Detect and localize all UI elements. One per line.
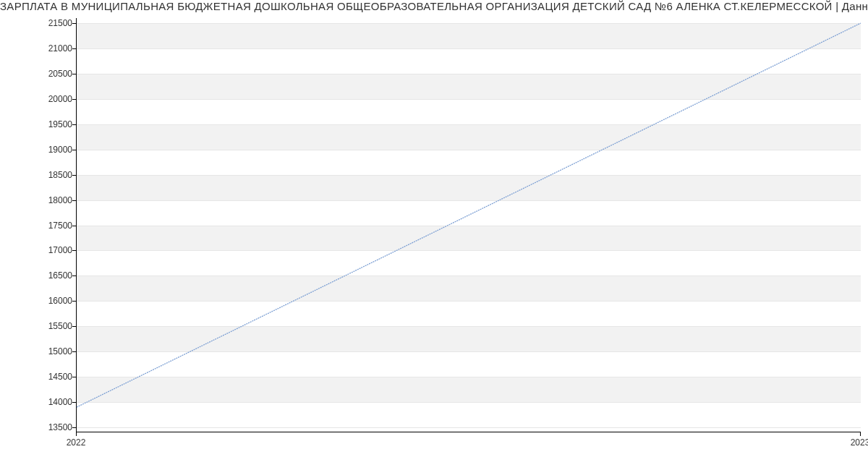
y-tick-label: 17000 (36, 245, 72, 255)
y-tick-label: 21500 (36, 18, 72, 28)
y-tick-mark (72, 351, 76, 352)
y-tick-label: 15500 (36, 321, 72, 331)
y-tick-mark (72, 275, 76, 276)
y-tick-label: 21000 (36, 43, 72, 54)
y-tick-label: 18500 (36, 170, 72, 180)
plot-area (76, 18, 861, 432)
y-tick-mark (72, 377, 76, 377)
x-tick-mark (76, 432, 77, 436)
y-tick-mark (72, 200, 76, 201)
y-tick-label: 18000 (36, 195, 72, 205)
y-tick-mark (72, 301, 76, 302)
y-tick-mark (72, 250, 76, 251)
y-tick-label: 19000 (36, 145, 72, 155)
y-tick-label: 20500 (36, 69, 72, 79)
y-tick-mark (72, 326, 76, 327)
y-tick-mark (72, 150, 76, 150)
y-tick-mark (72, 402, 76, 403)
y-tick-label: 15000 (36, 346, 72, 356)
y-tick-label: 19500 (36, 119, 72, 129)
y-tick-mark (72, 226, 76, 226)
x-tick-label: 2022 (67, 437, 86, 448)
line-series (77, 18, 861, 432)
salary-line (77, 23, 861, 407)
y-tick-mark (72, 175, 76, 176)
y-tick-label: 20000 (36, 94, 72, 104)
y-tick-mark (72, 23, 76, 24)
chart-container: ЗАРПЛАТА В МУНИЦИПАЛЬНАЯ БЮДЖЕТНАЯ ДОШКО… (0, 0, 868, 470)
y-tick-label: 16500 (36, 270, 72, 281)
y-tick-mark (72, 48, 76, 49)
y-tick-label: 14000 (36, 397, 72, 407)
chart-title: ЗАРПЛАТА В МУНИЦИПАЛЬНАЯ БЮДЖЕТНАЯ ДОШКО… (0, 0, 868, 12)
y-tick-label: 16000 (36, 296, 72, 306)
y-tick-mark (72, 99, 76, 100)
y-tick-label: 17500 (36, 221, 72, 231)
x-tick-mark (860, 432, 861, 436)
y-tick-mark (72, 427, 76, 428)
y-tick-mark (72, 124, 76, 125)
y-tick-label: 13500 (36, 422, 72, 432)
x-tick-label: 2023 (851, 437, 868, 448)
y-tick-mark (72, 74, 76, 74)
y-tick-label: 14500 (36, 372, 72, 382)
